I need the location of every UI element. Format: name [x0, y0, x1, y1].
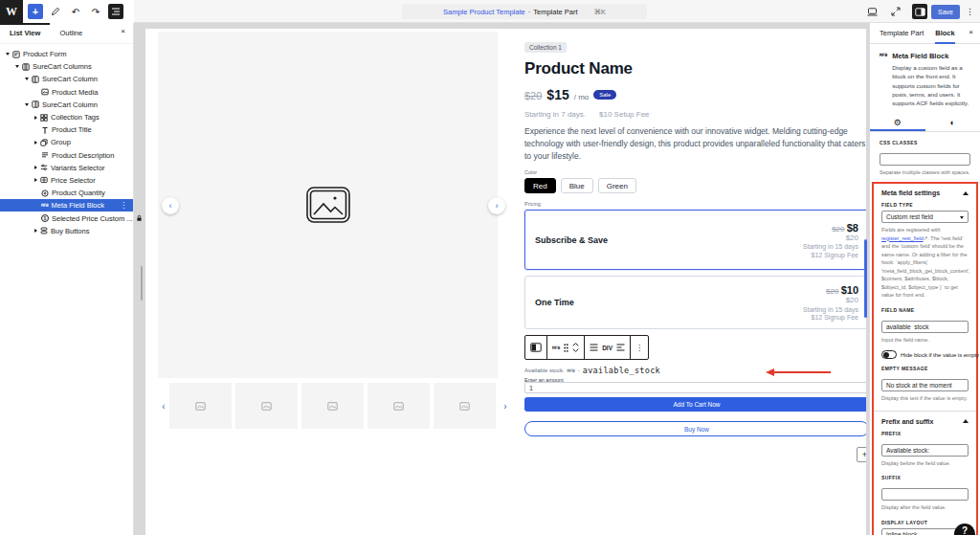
register-rest-field-link[interactable]: register_rest_field	[881, 235, 924, 241]
sidebar-item-collection-tags[interactable]: Collection Tags	[0, 111, 133, 123]
settings-sidebar-toggle-button[interactable]	[912, 4, 927, 19]
thumbnail-placeholder[interactable]	[235, 383, 298, 429]
block-inserter-plus-button[interactable]: +	[857, 447, 866, 462]
chevron-right-icon[interactable]	[34, 141, 37, 145]
block-options-button[interactable]: ⋮	[631, 336, 648, 359]
options-menu-button[interactable]: ⋮	[964, 7, 976, 16]
tree-label: Collection Tags	[51, 113, 100, 122]
pricing-option-subscribe[interactable]: Subscribe & Save $20 $8 $20 Starting in …	[524, 210, 866, 270]
move-block-buttons[interactable]	[572, 343, 579, 352]
move-up-icon[interactable]	[572, 343, 579, 346]
close-settings-button[interactable]: ×	[969, 28, 973, 36]
thumbs-prev-button[interactable]: ‹	[158, 401, 169, 412]
empty-message-input[interactable]	[881, 379, 969, 391]
tab-template-part[interactable]: Template Part	[880, 23, 924, 44]
media-next-button[interactable]: ›	[488, 197, 505, 214]
sidebar-item-product-media[interactable]: Product Media	[0, 86, 133, 99]
drag-handle-icon[interactable]	[564, 344, 568, 352]
move-down-icon[interactable]	[572, 348, 579, 352]
chevron-down-icon[interactable]	[25, 78, 29, 80]
save-button[interactable]: Save	[931, 5, 960, 19]
chevron-right-icon[interactable]	[34, 116, 37, 120]
prefix-input[interactable]	[881, 444, 969, 457]
chevron-down-icon[interactable]	[15, 65, 19, 68]
html-element-button[interactable]: DIV	[602, 345, 612, 351]
tab-block[interactable]: Block	[935, 23, 954, 44]
thumbnail-placeholder[interactable]	[368, 383, 430, 429]
edit-tool-button[interactable]	[48, 4, 63, 19]
sidebar-item-product-title[interactable]: Product Title	[0, 123, 133, 136]
sidebar-item-group[interactable]: Group	[0, 136, 133, 148]
preview-device-button[interactable]	[864, 4, 880, 19]
suffix-input[interactable]	[881, 488, 969, 501]
css-classes-input[interactable]	[880, 153, 970, 166]
chevron-down-icon[interactable]	[6, 53, 10, 56]
sidebar-item-surecart-columns[interactable]: SureCart Columns	[0, 60, 133, 73]
align-icon[interactable]	[616, 344, 625, 351]
justify-icon[interactable]	[590, 344, 598, 351]
block-title: Meta Field Block	[892, 52, 972, 60]
tab-settings[interactable]: ⚙	[870, 113, 925, 131]
field-name-input[interactable]	[881, 321, 969, 333]
select-parent-button[interactable]	[525, 336, 547, 359]
pricing-option-one-time[interactable]: One Time $20 $10 $20 Starting in 15 days…	[524, 276, 866, 329]
media-prev-button[interactable]: ‹	[162, 197, 179, 214]
sidebar-item-meta-field-block[interactable]: MFB Meta Field Block ⋮	[0, 199, 133, 212]
tab-outline[interactable]: Outline	[50, 23, 92, 44]
sidebar-item-product-description[interactable]: Product Description	[0, 149, 133, 162]
sidebar-item-surecart-column[interactable]: SureCart Column	[0, 99, 133, 111]
close-list-view-button[interactable]: ×	[121, 27, 125, 35]
field-type-select[interactable]: Custom rest field	[881, 211, 969, 223]
product-description[interactable]: Experience the next level of convenience…	[524, 125, 866, 162]
thumbnail-placeholder[interactable]	[434, 383, 496, 429]
sidebar-item-surecart-column[interactable]: SureCart Column	[0, 73, 133, 85]
collection-badge[interactable]: Collection 1	[524, 42, 567, 53]
prefix-suffix-panel-header[interactable]: Prefix and suffix	[881, 418, 969, 425]
chevron-down-icon[interactable]	[25, 103, 29, 106]
hide-block-toggle[interactable]	[881, 350, 897, 359]
thumbnail-placeholder[interactable]	[169, 383, 232, 429]
view-site-button[interactable]	[888, 4, 903, 19]
undo-button[interactable]: ↶	[68, 4, 83, 19]
color-option-blue[interactable]: Blue	[561, 178, 593, 193]
meta-field-block-icon: MFB	[41, 203, 49, 208]
color-option-red[interactable]: Red	[524, 178, 556, 193]
tree-label: SureCart Column	[42, 100, 98, 109]
block-type-button[interactable]: MFB	[552, 346, 560, 350]
meta-field-block-preview[interactable]: Available stock: MFB - available_stock	[524, 366, 660, 375]
page-scrollbar[interactable]	[864, 239, 867, 318]
sidebar-item-product-form[interactable]: Product Form	[0, 48, 133, 60]
sidebar-item-variants-selector[interactable]: Variants Selector	[0, 162, 133, 174]
thumbnail-placeholder[interactable]	[301, 383, 364, 429]
buy-now-button[interactable]: Buy Now	[524, 421, 866, 436]
block-inserter-button[interactable]: +	[28, 4, 43, 19]
tree-label: Variants Selector	[51, 164, 105, 172]
chevron-right-icon[interactable]	[34, 229, 37, 233]
list-view-toggle-button[interactable]	[108, 4, 123, 19]
chevron-right-icon[interactable]	[34, 178, 37, 182]
product-title[interactable]: Product Name	[524, 59, 866, 78]
amount-input[interactable]	[524, 382, 866, 393]
sidebar-item-buy-buttons[interactable]: Buy Buttons	[0, 225, 133, 237]
canvas-scrollbar[interactable]	[141, 266, 143, 301]
tree-label: Product Title	[52, 125, 92, 134]
sidebar-item-product-quantity[interactable]: Product Quantity	[0, 187, 133, 199]
document-separator: ·	[528, 8, 531, 16]
add-to-cart-button[interactable]: Add To Cart Now	[524, 397, 866, 412]
editor-canvas: ‹ › ‹ › Collection 1 Product Name $20 $1…	[135, 23, 869, 535]
redo-button[interactable]: ↷	[88, 4, 103, 19]
wordpress-logo[interactable]: W	[0, 0, 23, 23]
sidebar-item-price-selector[interactable]: Price Selector	[0, 174, 133, 187]
sidebar-item-selected-price-custom[interactable]: $ Selected Price Custom ...	[0, 212, 133, 224]
thumbs-next-button[interactable]: ›	[500, 401, 511, 412]
document-title-link[interactable]: Sample Product Template	[443, 8, 525, 16]
document-title-bar[interactable]: Sample Product Template · Template Part …	[402, 4, 647, 19]
meta-field-settings-panel-header[interactable]: Meta field settings	[881, 189, 969, 196]
field-type-label: FIELD TYPE	[881, 202, 969, 208]
product-media-block[interactable]	[158, 32, 498, 378]
chevron-right-icon[interactable]	[34, 166, 37, 169]
tab-list-view[interactable]: List View	[0, 23, 50, 44]
color-option-green[interactable]: Green	[598, 178, 636, 193]
row-options-button[interactable]: ⋮	[120, 201, 127, 210]
tab-styles[interactable]: ◐	[925, 113, 980, 131]
